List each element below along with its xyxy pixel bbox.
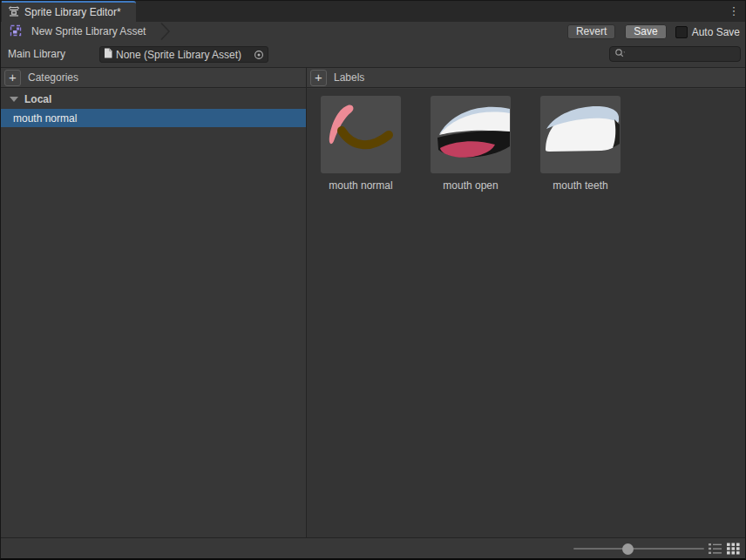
category-item-mouth-normal[interactable]: mouth normal <box>1 109 306 127</box>
label-caption: mouth normal <box>321 179 401 192</box>
main-library-row: Main Library None (Sprite Library Asset) <box>1 41 745 67</box>
main-library-label: Main Library <box>8 48 65 60</box>
label-cell-mouth-teeth[interactable]: mouth teeth <box>540 96 621 192</box>
zoom-slider-track[interactable] <box>573 548 704 550</box>
label-caption: mouth teeth <box>540 179 621 192</box>
add-category-button[interactable]: + <box>4 70 21 86</box>
label-cell-mouth-open[interactable]: mouth open <box>431 96 511 192</box>
breadcrumb[interactable]: New Sprite Library Asset <box>9 24 146 39</box>
breadcrumb-chevron-icon <box>160 23 171 43</box>
search-field[interactable] <box>609 46 741 62</box>
object-field-value: None (Sprite Library Asset) <box>116 49 250 61</box>
local-foldout-label: Local <box>24 93 51 105</box>
label-caption: mouth open <box>431 179 511 192</box>
overflow-menu-icon[interactable]: ⋮ <box>726 3 742 20</box>
labels-panel-header: + Labels <box>307 67 746 88</box>
add-label-button[interactable]: + <box>310 70 327 86</box>
toolbar: New Sprite Library Asset Revert Save Aut… <box>1 22 745 41</box>
asset-file-icon <box>104 48 112 61</box>
tab-bar: Sprite Library Editor* ⋮ <box>1 1 745 22</box>
label-cell-mouth-normal[interactable]: mouth normal <box>321 96 401 192</box>
bottom-bar <box>1 537 745 558</box>
main-library-object-field[interactable]: None (Sprite Library Asset) <box>99 46 268 63</box>
sprite-thumbnail-mouth-open[interactable] <box>431 96 511 173</box>
grid-view-icon[interactable] <box>727 543 740 555</box>
object-picker-icon[interactable] <box>250 47 268 62</box>
search-icon <box>614 48 627 61</box>
labels-grid: mouth normal mouth open <box>321 96 621 192</box>
zoom-slider-knob[interactable] <box>622 543 634 555</box>
sprite-thumbnail-mouth-normal[interactable] <box>321 96 401 173</box>
labels-panel: mouth normal mouth open <box>307 89 746 538</box>
sprite-library-editor-window: Sprite Library Editor* ⋮ New Sprite Libr… <box>0 0 746 560</box>
search-input[interactable] <box>630 48 740 60</box>
categories-panel: Local mouth normal <box>1 89 306 538</box>
tab-title: Sprite Library Editor* <box>24 6 121 18</box>
revert-button[interactable]: Revert <box>567 24 615 39</box>
auto-save-label: Auto Save <box>692 26 740 38</box>
categories-panel-header: + Categories <box>1 67 306 88</box>
labels-header-label: Labels <box>334 71 364 84</box>
auto-save-checkbox[interactable] <box>675 26 688 38</box>
sprite-thumbnail-mouth-teeth[interactable] <box>540 96 621 173</box>
toolbar-right-group: Revert Save Auto Save <box>567 24 740 39</box>
save-button[interactable]: Save <box>625 24 666 39</box>
list-view-icon[interactable] <box>709 543 722 555</box>
category-item-label: mouth normal <box>13 112 77 125</box>
breadcrumb-label: New Sprite Library Asset <box>31 25 146 37</box>
sprite-library-editor-icon <box>8 5 20 20</box>
tab-sprite-library-editor[interactable]: Sprite Library Editor* <box>2 1 136 22</box>
local-foldout[interactable]: Local <box>1 89 306 109</box>
zoom-slider[interactable] <box>573 538 704 559</box>
categories-header-label: Categories <box>28 71 78 84</box>
foldout-arrow-icon <box>10 97 18 102</box>
sprite-library-asset-icon <box>9 24 23 40</box>
